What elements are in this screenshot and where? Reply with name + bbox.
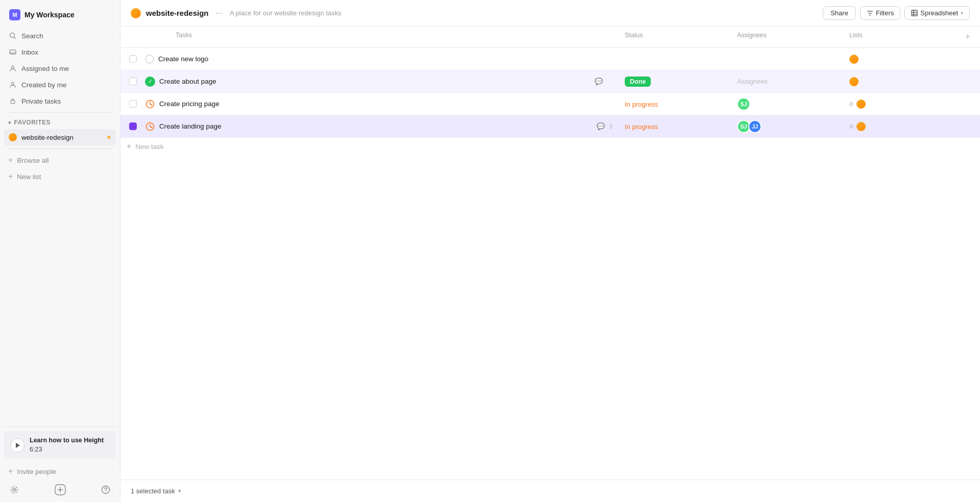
sidebar-item-private[interactable]: Private tasks: [4, 93, 116, 109]
comment-icon: 💬: [597, 122, 605, 130]
hash-icon: #: [849, 122, 853, 131]
selected-count: 1 selected task ▾: [131, 487, 181, 495]
spreadsheet-button[interactable]: Spreadsheet ▾: [904, 6, 970, 20]
checkbox[interactable]: [129, 100, 137, 108]
avatar-sj: SJ: [737, 97, 750, 111]
created-icon: [8, 80, 17, 89]
selected-count-text: 1 selected task: [131, 487, 175, 495]
new-task-plus-icon: +: [127, 142, 131, 151]
inbox-icon: [8, 47, 17, 57]
task-cell: Create new logo: [145, 51, 619, 68]
sidebar-item-created[interactable]: Created by me: [4, 77, 116, 93]
comment-count: 3: [609, 123, 612, 130]
workspace-name: My Workspace: [24, 11, 75, 19]
checkbox[interactable]: [129, 55, 137, 63]
new-list-item[interactable]: + New list: [4, 168, 116, 185]
status-inprogress-icon: [145, 121, 155, 132]
status-inprogress-icon: [145, 99, 155, 109]
row-checkbox[interactable]: [120, 100, 145, 108]
workspace-avatar: M: [9, 9, 20, 20]
browse-all-item[interactable]: + Browse all: [4, 152, 116, 168]
list-globe-icon: [849, 77, 859, 86]
learn-card[interactable]: Learn how to use Height 6:23: [4, 431, 116, 459]
sidebar-item-inbox[interactable]: Inbox: [4, 44, 116, 60]
th-check: [120, 27, 145, 47]
task-name: Create pricing page: [159, 100, 612, 108]
row-checkbox[interactable]: [120, 55, 145, 63]
project-menu-button[interactable]: ···: [214, 8, 225, 19]
th-status: Status: [619, 27, 731, 47]
table-row: ✓ Create about page 💬 ✏ Done Assignees: [120, 70, 980, 93]
star-icon: ★: [106, 134, 112, 141]
bottom-bar[interactable]: 1 selected task ▾: [120, 480, 980, 502]
add-column-button[interactable]: +: [955, 27, 980, 47]
sidebar-item-search-label: Search: [21, 32, 43, 40]
status-cell: Done: [619, 72, 731, 91]
sidebar-item-assigned[interactable]: Assigned to me: [4, 60, 116, 77]
status-cell: In progress: [619, 96, 731, 112]
add-task-button[interactable]: [52, 482, 68, 498]
th-lists: Lists: [843, 27, 955, 47]
task-name: Create about page: [159, 78, 591, 85]
help-button[interactable]: [97, 482, 114, 498]
assignees-cell: [731, 55, 843, 63]
assignees-cell: SJ JJ: [731, 116, 843, 137]
svg-line-1: [14, 37, 16, 39]
plus-icon: +: [8, 156, 13, 165]
invite-people-item[interactable]: + Invite people: [4, 463, 116, 480]
invite-people-label: Invite people: [17, 468, 56, 475]
new-task-button[interactable]: + New task: [120, 138, 980, 155]
spreadsheet-label: Spreadsheet: [920, 9, 958, 17]
favorite-project-name: website-redesign: [21, 134, 102, 141]
chevron-down-icon: ▾: [8, 120, 11, 126]
favorite-project-item[interactable]: website-redesign ★: [4, 129, 116, 145]
main-content: website-redesign ··· A place for our web…: [120, 0, 980, 502]
sidebar-item-assigned-label: Assigned to me: [21, 65, 69, 72]
sidebar-item-search[interactable]: Search: [4, 28, 116, 44]
settings-button[interactable]: [6, 482, 22, 498]
share-button[interactable]: Share: [823, 6, 856, 20]
lists-cell: #: [843, 95, 955, 113]
filters-button[interactable]: Filters: [860, 6, 900, 20]
workspace-row[interactable]: M My Workspace: [5, 6, 115, 23]
svg-point-3: [12, 83, 14, 85]
filters-label: Filters: [876, 9, 894, 17]
sidebar-nav: Search Inbox Assigned to me: [0, 26, 120, 426]
topbar: website-redesign ··· A place for our web…: [120, 0, 980, 27]
sidebar-item-inbox-label: Inbox: [21, 48, 38, 56]
search-icon: [8, 31, 17, 40]
favorites-label: Favorites: [14, 119, 50, 126]
status-cell: In progress: [619, 118, 731, 135]
checkbox[interactable]: [129, 78, 137, 85]
sidebar: M My Workspace Search Inbox: [0, 0, 120, 502]
sidebar-item-created-label: Created by me: [21, 81, 67, 89]
browse-all-label: Browse all: [17, 157, 48, 164]
topbar-actions: Share Filters Spreadsheet ▾: [823, 6, 970, 20]
status-done-icon: ✓: [145, 77, 155, 87]
assignees-cell[interactable]: Assignees: [731, 73, 843, 89]
sidebar-item-private-label: Private tasks: [21, 97, 61, 105]
new-list-plus-icon: +: [8, 172, 13, 181]
row-checkbox[interactable]: [120, 78, 145, 85]
task-name: Create new logo: [158, 55, 612, 63]
favorites-header[interactable]: ▾ Favorites: [4, 116, 116, 129]
play-button[interactable]: [10, 438, 24, 453]
status-empty-icon: [145, 55, 154, 64]
svg-point-10: [105, 491, 106, 492]
assignees-cell: SJ: [731, 93, 843, 115]
list-globe-icon: [849, 55, 859, 64]
task-name: Create landing page: [159, 122, 593, 130]
chevron-down-icon: ▾: [178, 488, 181, 494]
assigned-icon: [8, 64, 17, 73]
status-inprogress-text: In progress: [625, 101, 658, 108]
sidebar-actions: [4, 480, 116, 498]
row-checkbox[interactable]: [120, 122, 145, 130]
table-area: Tasks Status Assignees Lists + Create ne…: [120, 27, 980, 480]
checkbox[interactable]: [129, 122, 137, 130]
svg-point-5: [13, 489, 16, 491]
section-divider: [8, 112, 112, 113]
svg-rect-4: [11, 101, 15, 104]
lists-cell: #: [843, 118, 955, 135]
project-globe-icon: [8, 133, 17, 142]
list-globe-icon: [856, 99, 866, 109]
